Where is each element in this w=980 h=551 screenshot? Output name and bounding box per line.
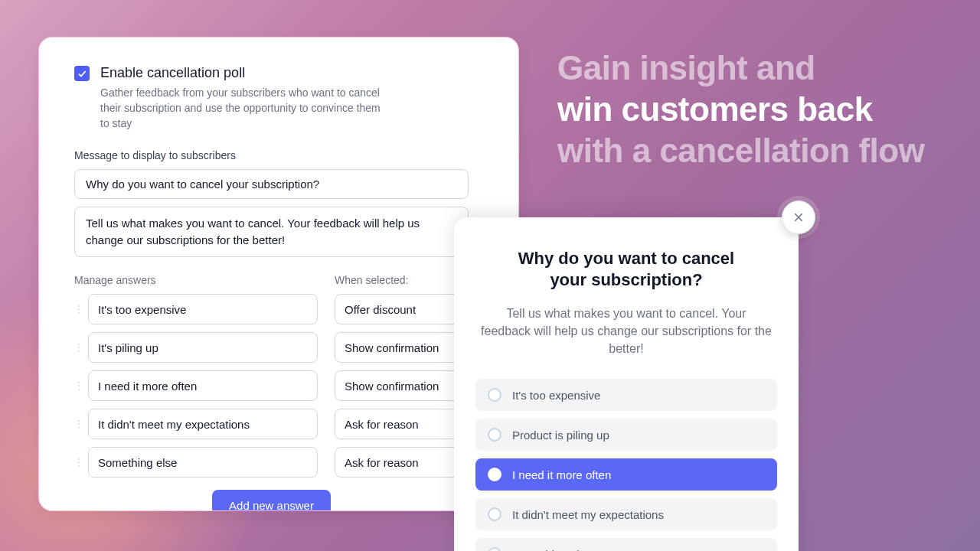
poll-body-input[interactable]: Tell us what makes you want to cancel. Y…	[74, 207, 469, 257]
message-section-label: Message to display to subscribers	[74, 149, 483, 161]
answer-row: ⋮⋮ It's piling up	[74, 332, 318, 363]
poll-option[interactable]: Product is piling up	[475, 419, 777, 451]
drag-handle-icon[interactable]: ⋮⋮	[74, 419, 82, 429]
close-button[interactable]	[782, 201, 815, 234]
answer-row: ⋮⋮ I need it more often	[74, 370, 318, 401]
poll-headline-input[interactable]: Why do you want to cancel your subscript…	[74, 169, 469, 199]
check-icon	[77, 68, 87, 79]
enable-poll-row: Enable cancellation poll Gather feedback…	[74, 64, 483, 131]
answer-row: ⋮⋮ It's too expensive	[74, 294, 318, 324]
enable-poll-text: Enable cancellation poll Gather feedback…	[100, 64, 391, 131]
drag-handle-icon[interactable]: ⋮⋮	[74, 381, 82, 390]
answer-action-select[interactable]: Show confirmation	[335, 332, 469, 363]
poll-option[interactable]: It's too expensive	[475, 379, 777, 411]
poll-option[interactable]: I need it more often	[475, 458, 777, 491]
poll-description: Tell us what makes you want to cancel. Y…	[481, 305, 772, 357]
radio-icon	[488, 388, 501, 402]
radio-icon	[488, 428, 501, 442]
cancellation-poll-preview: Why do you want to cancel your subscript…	[454, 217, 799, 551]
answer-action-select[interactable]: Show confirmation	[335, 370, 469, 401]
answer-input[interactable]: It's piling up	[88, 332, 318, 363]
enable-poll-description: Gather feedback from your subscribers wh…	[100, 85, 391, 131]
radio-icon	[488, 507, 501, 521]
drag-handle-icon[interactable]: ⋮⋮	[74, 343, 82, 352]
answer-row: ⋮⋮ It didn't meet my expectations	[74, 409, 318, 439]
poll-option-label: Something else	[512, 548, 591, 552]
headline-line-3: with a cancellation flow	[557, 130, 924, 171]
answer-row: ⋮⋮ Something else	[74, 447, 318, 478]
poll-option[interactable]: It didn't meet my expectations	[475, 498, 777, 530]
answers-grid: Manage answers ⋮⋮ It's too expensive ⋮⋮ …	[74, 274, 469, 485]
poll-option[interactable]: Something else	[475, 538, 777, 551]
radio-icon	[488, 468, 501, 481]
drag-handle-icon[interactable]: ⋮⋮	[74, 458, 82, 467]
enable-poll-label: Enable cancellation poll	[100, 64, 391, 82]
poll-option-label: It's too expensive	[512, 389, 600, 402]
headline-line-1: Gain insight and	[557, 47, 924, 89]
answer-input[interactable]: I need it more often	[88, 370, 318, 401]
answer-action-select[interactable]: Ask for reason	[335, 447, 469, 478]
enable-poll-checkbox[interactable]	[74, 66, 90, 81]
poll-option-label: It didn't meet my expectations	[512, 508, 664, 521]
answer-input[interactable]: It didn't meet my expectations	[88, 409, 318, 439]
when-selected-label: When selected:	[335, 274, 469, 286]
headline-line-2: win customers back	[557, 89, 924, 130]
answer-action-select[interactable]: Offer discount	[335, 294, 469, 324]
close-icon	[792, 211, 805, 223]
answer-input[interactable]: Something else	[88, 447, 318, 478]
poll-option-label: Product is piling up	[512, 429, 609, 442]
marketing-headline: Gain insight and win customers back with…	[557, 47, 924, 171]
manage-answers-column: Manage answers ⋮⋮ It's too expensive ⋮⋮ …	[74, 274, 318, 485]
drag-handle-icon[interactable]: ⋮⋮	[74, 305, 82, 314]
answer-action-select[interactable]: Ask for reason	[335, 409, 469, 439]
radio-icon	[488, 547, 501, 551]
answer-input[interactable]: It's too expensive	[88, 294, 318, 324]
when-selected-column: When selected: Offer discount Show confi…	[335, 274, 469, 485]
cancellation-poll-settings-card: Enable cancellation poll Gather feedback…	[38, 37, 519, 511]
add-new-answer-button[interactable]: Add new answer	[212, 490, 331, 511]
poll-title: Why do you want to cancel your subscript…	[504, 248, 749, 291]
poll-option-label: I need it more often	[512, 468, 611, 481]
manage-answers-label: Manage answers	[74, 274, 318, 286]
